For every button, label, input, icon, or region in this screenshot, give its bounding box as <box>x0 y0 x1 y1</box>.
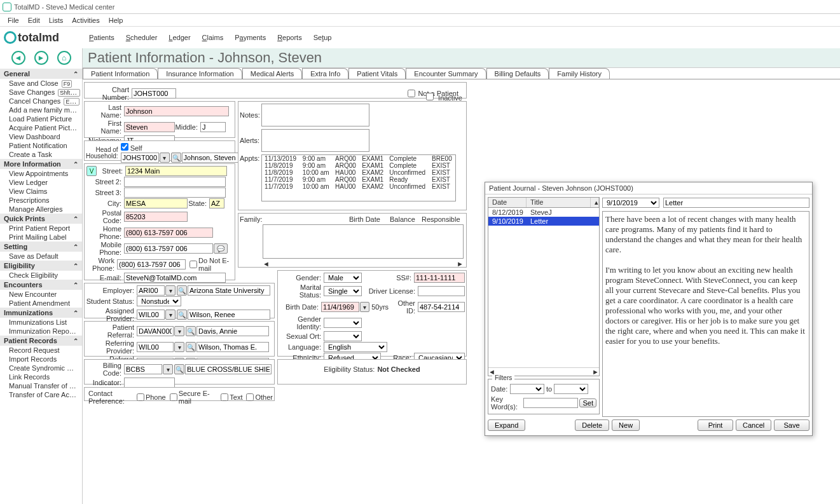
sideitem-acquire-patient-picture[interactable]: Acquire Patient Picture <box>0 123 82 132</box>
dropdown-icon[interactable]: ▾ <box>163 364 173 374</box>
no-email-checkbox[interactable] <box>189 261 197 268</box>
journal-col-title[interactable]: Title <box>527 198 591 207</box>
menu-help[interactable]: Help <box>105 15 127 25</box>
tab-encounter-summary[interactable]: Encounter Summary <box>406 68 486 79</box>
delete-button[interactable]: Delete <box>575 419 609 431</box>
sideitem-view-dashboard[interactable]: View Dashboard <box>0 132 82 141</box>
menu-lists[interactable]: Lists <box>45 15 67 25</box>
notes-textarea[interactable] <box>261 104 369 126</box>
nav-claims[interactable]: Claims <box>202 34 224 41</box>
last-name-input[interactable] <box>124 106 229 116</box>
sideitem-prescriptions[interactable]: Prescriptions <box>0 196 82 205</box>
appt-row[interactable]: 11/8/20199:00 amARQ00EXAM1CompleteEXIST <box>262 162 455 169</box>
journal-date-select[interactable]: 9/10/2019 <box>602 198 659 208</box>
filter-keywords-input[interactable] <box>523 398 578 408</box>
hoh-name-input[interactable] <box>182 153 239 163</box>
sideitem-add-a-new-family-member[interactable]: Add a new family member <box>0 106 82 114</box>
street-input[interactable] <box>125 166 227 176</box>
calendar-icon[interactable]: ▾ <box>360 302 369 312</box>
employer-code-input[interactable] <box>137 285 165 296</box>
dropdown-icon[interactable]: ▾ <box>174 326 184 336</box>
sideitem-print-mailing-label[interactable]: Print Mailing Label <box>0 233 82 242</box>
scroll-up-icon[interactable]: ▴ <box>591 198 599 207</box>
tab-billing-defaults[interactable]: Billing Defaults <box>486 68 549 79</box>
chart-number-input[interactable] <box>132 88 176 99</box>
family-list[interactable] <box>263 224 464 259</box>
dropdown-icon[interactable]: ▾ <box>165 285 176 296</box>
appointments-table[interactable]: 11/13/20199:00 amARQ00EXAM1CompleteBRE00… <box>262 155 455 190</box>
nav-payments[interactable]: Payments <box>235 34 266 41</box>
new-button[interactable]: New <box>612 419 640 431</box>
menu-activities[interactable]: Activities <box>68 15 103 25</box>
mobile-phone-input[interactable] <box>124 243 213 254</box>
employer-name-input[interactable] <box>188 285 270 296</box>
sidegroup-patient-records[interactable]: Patient Records⌃ <box>0 336 82 346</box>
sideitem-immunization-reporting[interactable]: Immunization Reporting <box>0 327 82 336</box>
sideitem-view-ledger[interactable]: View Ledger <box>0 178 82 187</box>
tab-medical-alerts[interactable]: Medical Alerts <box>242 68 302 79</box>
otherid-input[interactable] <box>418 302 465 312</box>
nav-scheduler[interactable]: Scheduler <box>126 34 158 41</box>
city-input[interactable] <box>124 198 188 208</box>
middle-input[interactable] <box>200 122 226 132</box>
billing-code-name[interactable] <box>185 364 272 374</box>
nav-back-button[interactable]: ◄ <box>11 51 25 65</box>
marital-select[interactable]: Single <box>324 286 362 296</box>
identity-select[interactable] <box>324 318 362 328</box>
search-icon[interactable]: 🔍 <box>177 310 187 320</box>
state-input[interactable] <box>209 198 224 208</box>
sideitem-create-a-task[interactable]: Create a Task <box>0 150 82 159</box>
nav-reports[interactable]: Reports <box>277 34 302 41</box>
billing-code-input[interactable] <box>124 364 162 374</box>
scroll-right-icon[interactable]: ► <box>592 368 599 376</box>
tab-insurance-information[interactable]: Insurance Information <box>158 68 242 79</box>
referring-provider-name[interactable] <box>196 342 269 352</box>
search-icon[interactable]: 🔍 <box>186 342 196 352</box>
sideitem-print-patient-report[interactable]: Print Patient Report <box>0 224 82 233</box>
menu-file[interactable]: File <box>4 15 23 25</box>
tab-extra-info[interactable]: Extra Info <box>302 68 348 79</box>
journal-row[interactable]: 8/12/2019SteveJ <box>488 208 599 217</box>
student-status-select[interactable]: Nonstudent <box>137 296 181 306</box>
nav-home-button[interactable]: ⌂ <box>57 51 71 65</box>
gender-select[interactable]: Male <box>324 273 362 283</box>
menu-edit[interactable]: Edit <box>24 15 44 25</box>
sideitem-link-records[interactable]: Link Records <box>0 372 82 381</box>
sideitem-patient-amendment[interactable]: Patient Amendment <box>0 299 82 308</box>
sideitem-import-records[interactable]: Import Records <box>0 355 82 364</box>
pref-phone-checkbox[interactable] <box>137 393 144 401</box>
sideitem-create-syndromic-survei-[interactable]: Create Syndromic Survei... <box>0 364 82 372</box>
sideitem-manage-allergies[interactable]: Manage Allergies <box>0 205 82 214</box>
scroll-left-icon[interactable]: ◄ <box>263 260 270 268</box>
sidegroup-more-information[interactable]: More Information⌃ <box>0 159 82 169</box>
patient-referral-name[interactable] <box>196 326 269 336</box>
sidegroup-quick-prints[interactable]: Quick Prints⌃ <box>0 214 82 224</box>
work-phone-input[interactable] <box>117 259 186 269</box>
sidegroup-eligibility[interactable]: Eligibility⌃ <box>0 261 82 271</box>
home-phone-input[interactable] <box>124 228 213 238</box>
filter-set-button[interactable]: Set <box>579 398 596 407</box>
sideitem-patient-notification[interactable]: Patient Notification <box>0 141 82 150</box>
patient-referral-code[interactable] <box>137 326 174 336</box>
street2-input[interactable] <box>124 177 226 187</box>
sideitem-new-encounter[interactable]: New Encounter <box>0 290 82 299</box>
journal-row-selected[interactable]: 9/10/2019Letter <box>488 217 599 226</box>
street3-input[interactable] <box>124 187 226 198</box>
sideitem-transfer-of-care-activity[interactable]: Transfer of Care Activity <box>0 390 82 399</box>
alerts-textarea[interactable] <box>261 129 369 152</box>
search-icon[interactable]: 🔍 <box>186 326 196 336</box>
assigned-code-input[interactable] <box>137 310 165 320</box>
search-icon[interactable]: 🔍 <box>171 153 181 163</box>
journal-title-input[interactable] <box>663 198 809 208</box>
postal-input[interactable] <box>124 212 188 222</box>
appt-row[interactable]: 11/8/201910:00 amHAU00EXAM2UnconfirmedEX… <box>262 169 455 176</box>
search-icon[interactable]: 🔍 <box>177 285 187 296</box>
sidegroup-general[interactable]: General⌃ <box>0 69 82 79</box>
sideitem-manual-transfer-of-care[interactable]: Manual Transfer of Care <box>0 381 82 390</box>
cancel-button[interactable]: Cancel <box>736 419 771 431</box>
pref-text-checkbox[interactable] <box>221 393 228 401</box>
sidegroup-encounters[interactable]: Encounters⌃ <box>0 280 82 290</box>
sideitem-view-claims[interactable]: View Claims <box>0 187 82 196</box>
appt-row[interactable]: 11/13/20199:00 amARQ00EXAM1CompleteBRE00 <box>262 155 455 162</box>
print-button[interactable]: Print <box>698 419 733 431</box>
